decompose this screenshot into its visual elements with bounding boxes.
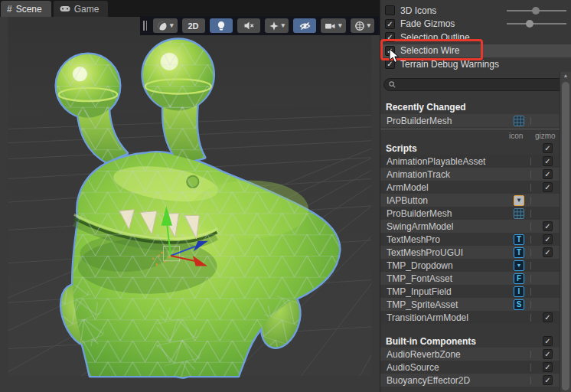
- shading-mode-button[interactable]: ▾: [153, 18, 178, 33]
- builtin-header-row: Built-in Components ✓: [380, 335, 560, 348]
- column-divider: [530, 117, 531, 125]
- lighting-toggle-button[interactable]: [210, 18, 233, 33]
- gizmo-search[interactable]: [383, 78, 565, 91]
- row-TextMeshProUGUI[interactable]: TextMeshProUGUIT✓: [380, 246, 560, 259]
- row-TMP_FontAsset[interactable]: TMP_FontAssetF: [380, 272, 560, 285]
- probuilder-icon[interactable]: [514, 208, 524, 219]
- gizmo-checkbox[interactable]: ✓: [543, 234, 553, 244]
- 3d-icons-size-slider[interactable]: [507, 7, 566, 15]
- checkbox-fade-gizmos[interactable]: ✓: [385, 19, 395, 29]
- option-label: Selection Wire: [400, 45, 459, 56]
- row-label: AnimationTrack: [380, 169, 450, 180]
- row-BuoyancyEffector2D[interactable]: BuoyancyEffector2D✓: [380, 374, 560, 387]
- column-divider: [530, 210, 531, 217]
- row-SwingArmModel[interactable]: SwingArmModel✓: [380, 220, 560, 233]
- chevron-down-icon: ▾: [367, 22, 371, 29]
- option-selection-wire[interactable]: ✓ Selection Wire: [380, 44, 571, 58]
- row-AnimationTrack[interactable]: AnimationTrack✓: [380, 168, 560, 181]
- column-divider: [530, 262, 531, 270]
- camera-settings-button[interactable]: ▾: [321, 18, 346, 33]
- component-tools-button[interactable]: ▾: [351, 18, 375, 33]
- builtin-header: Built-in Components: [380, 336, 476, 347]
- section-gap: [380, 324, 560, 335]
- section-divider: [380, 129, 560, 129]
- row-TransitionArmModel[interactable]: TransitionArmModel✓: [380, 311, 560, 324]
- option-selection-outline[interactable]: ✓ Selection Outline: [380, 31, 571, 44]
- eye-hidden-icon: [299, 21, 311, 31]
- visibility-toggle-button[interactable]: [293, 18, 316, 33]
- gizmo-options: 3D Icons ✓ Fade Gizmos ✓ Selection Outli…: [380, 0, 571, 71]
- scene-view[interactable]: ▾ 2D: [0, 17, 380, 392]
- checkmark: ✓: [387, 60, 393, 68]
- gizmos-dropdown-panel: 3D Icons ✓ Fade Gizmos ✓ Selection Outli…: [380, 0, 571, 392]
- scrollbar-thumb[interactable]: [562, 82, 569, 390]
- tmp-F-icon[interactable]: F: [514, 273, 524, 284]
- row-label: TMP_FontAsset: [380, 273, 452, 284]
- checkbox-selection-wire[interactable]: ✓: [385, 46, 395, 56]
- gizmo-checkbox[interactable]: ✓: [543, 221, 553, 231]
- tab-scene[interactable]: # Scene: [1, 1, 51, 17]
- scripts-gizmo-checkbox[interactable]: ✓: [543, 143, 553, 153]
- gizmo-checkbox[interactable]: ✓: [543, 312, 553, 322]
- gizmo-checkbox[interactable]: ✓: [543, 247, 553, 257]
- option-fade-gizmos[interactable]: ✓ Fade Gizmos: [380, 18, 571, 31]
- column-divider: [530, 249, 531, 256]
- row-TMP_SpriteAsset[interactable]: TMP_SpriteAssetS: [380, 298, 560, 311]
- effects-toggle-button[interactable]: ▾: [265, 18, 289, 33]
- gizmo-checkbox[interactable]: ✓: [543, 349, 553, 359]
- gizmo-checkbox[interactable]: ✓: [543, 182, 553, 192]
- row-AudioSource[interactable]: AudioSource✓: [380, 361, 560, 374]
- gizmo-column-header: gizmo: [535, 132, 556, 140]
- gizmo-checkbox[interactable]: ✓: [543, 169, 553, 179]
- gizmo-checkbox[interactable]: ✓: [543, 375, 553, 385]
- tmp-T-icon[interactable]: T: [514, 247, 524, 258]
- search-input[interactable]: [400, 80, 537, 89]
- checkbox-3d-icons[interactable]: [385, 5, 395, 15]
- chevron-down-icon: ▾: [170, 22, 174, 29]
- row-IAPButton[interactable]: IAPButton▼: [380, 194, 560, 207]
- row-ProBuilderMesh[interactable]: ProBuilderMesh: [380, 207, 560, 220]
- panel-scrollbar[interactable]: ▲: [560, 72, 571, 392]
- column-divider: [530, 171, 531, 178]
- column-divider: [530, 236, 531, 243]
- lightbulb-icon: [217, 21, 226, 31]
- tmp-I-icon[interactable]: I: [514, 286, 524, 297]
- scripts-header-row: Scripts ✓: [380, 142, 560, 155]
- row-ProBuilderMesh[interactable]: ProBuilderMesh: [380, 114, 560, 127]
- scene-viewport[interactable]: [0, 17, 380, 392]
- row-label: TextMeshPro: [380, 234, 440, 245]
- row-TextMeshPro[interactable]: TextMeshProT✓: [380, 233, 560, 246]
- row-TMP_InputField[interactable]: TMP_InputFieldI: [380, 285, 560, 298]
- scene-region: # Scene Game: [0, 0, 380, 392]
- tmp-dropdown-icon[interactable]: ▼: [514, 260, 524, 271]
- checkbox-selection-outline[interactable]: ✓: [385, 32, 395, 42]
- speaker-muted-icon: [243, 21, 254, 31]
- probuilder-icon[interactable]: [514, 116, 524, 126]
- tmp-S-icon[interactable]: S: [514, 299, 524, 310]
- row-AudioReverbZone[interactable]: AudioReverbZone✓: [380, 348, 560, 361]
- audio-toggle-button[interactable]: [237, 18, 260, 33]
- row-AnimationPlayableAsset[interactable]: AnimationPlayableAsset✓: [380, 155, 560, 168]
- 2d-toggle-button[interactable]: 2D: [182, 18, 205, 33]
- scroll-up-arrow[interactable]: ▲: [560, 73, 571, 78]
- iap-icon[interactable]: ▼: [514, 195, 524, 206]
- tab-game[interactable]: Game: [54, 1, 109, 17]
- tab-game-label: Game: [74, 4, 100, 15]
- row-label: IAPButton: [380, 195, 428, 206]
- option-3d-icons[interactable]: 3D Icons: [380, 4, 571, 18]
- option-terrain-debug-warnings[interactable]: ✓ Terrain Debug Warnings: [380, 57, 571, 71]
- column-divider: [530, 197, 531, 204]
- gizmo-list: Recently Changed ProBuilderMesh icon giz…: [380, 95, 560, 392]
- toolbar-drag-handle[interactable]: [143, 21, 147, 31]
- tab-scene-label: Scene: [16, 4, 42, 15]
- fade-gizmos-slider[interactable]: [507, 20, 566, 28]
- checkbox-terrain-debug[interactable]: ✓: [385, 59, 395, 69]
- option-label: Terrain Debug Warnings: [400, 59, 499, 70]
- row-TMP_Dropdown[interactable]: TMP_Dropdown▼: [380, 259, 560, 272]
- row-ArmModel[interactable]: ArmModel✓: [380, 181, 560, 194]
- tmp-T-icon[interactable]: T: [514, 234, 524, 245]
- gizmo-checkbox[interactable]: ✓: [543, 362, 553, 372]
- builtin-gizmo-checkbox[interactable]: ✓: [543, 336, 553, 346]
- column-divider: [530, 377, 531, 384]
- gizmo-checkbox[interactable]: ✓: [543, 156, 553, 166]
